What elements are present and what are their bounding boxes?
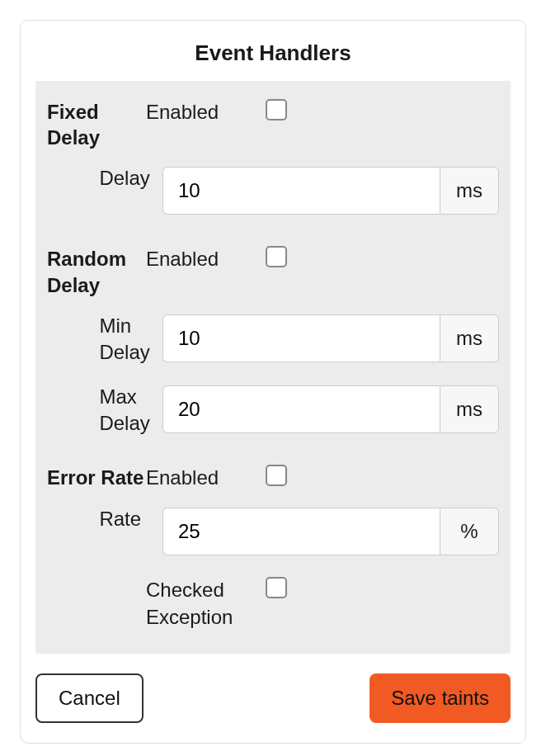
random-delay-enabled-checkbox[interactable] xyxy=(266,246,287,267)
random-delay-enabled-row: Random Delay Enabled xyxy=(47,236,499,302)
fixed-delay-input[interactable] xyxy=(162,167,440,215)
random-delay-max-unit: ms xyxy=(440,385,499,433)
error-rate-input[interactable] xyxy=(162,508,440,555)
error-rate-checked-exception-checkbox[interactable] xyxy=(266,577,287,598)
random-delay-min-unit: ms xyxy=(440,314,499,362)
random-delay-min-input[interactable] xyxy=(162,314,440,362)
random-delay-max-label: Max Delay xyxy=(99,379,162,437)
error-rate-enabled-row: Error Rate Enabled xyxy=(47,455,499,496)
fixed-delay-label: Fixed Delay xyxy=(47,94,146,150)
error-rate-value-row: Rate % xyxy=(47,496,499,567)
error-rate-input-group: % xyxy=(162,508,499,555)
error-rate-enabled-label: Enabled xyxy=(146,460,266,491)
event-handlers-card: Event Handlers Fixed Delay Enabled Delay… xyxy=(20,20,526,744)
fixed-delay-value-row: Delay ms xyxy=(47,155,499,226)
random-delay-enabled-label: Enabled xyxy=(146,241,266,272)
random-delay-min-row: Min Delay ms xyxy=(47,303,499,374)
error-rate-rate-label: Rate xyxy=(99,501,162,532)
random-delay-max-input[interactable] xyxy=(162,385,440,433)
random-delay-min-label: Min Delay xyxy=(99,308,162,366)
error-rate-unit: % xyxy=(440,508,499,555)
error-rate-label: Error Rate xyxy=(47,460,146,490)
random-delay-max-row: Max Delay ms xyxy=(47,374,499,445)
fixed-delay-delay-label: Delay xyxy=(99,160,162,191)
fixed-delay-enabled-label: Enabled xyxy=(146,94,266,125)
random-delay-max-input-group: ms xyxy=(162,385,499,433)
card-title: Event Handlers xyxy=(35,35,511,81)
error-rate-checked-exception-row: Checked Exception xyxy=(47,567,499,636)
save-button[interactable]: Save taints xyxy=(369,673,511,723)
settings-panel: Fixed Delay Enabled Delay ms Random Dela… xyxy=(35,81,511,654)
fixed-delay-enabled-row: Fixed Delay Enabled xyxy=(47,89,499,155)
fixed-delay-unit: ms xyxy=(440,167,499,215)
error-rate-checked-exception-label: Checked Exception xyxy=(146,572,266,631)
cancel-button[interactable]: Cancel xyxy=(35,673,144,723)
random-delay-label: Random Delay xyxy=(47,241,146,297)
footer: Cancel Save taints xyxy=(35,654,511,723)
error-rate-enabled-checkbox[interactable] xyxy=(266,465,287,486)
random-delay-min-input-group: ms xyxy=(162,314,499,362)
fixed-delay-input-group: ms xyxy=(162,167,499,215)
fixed-delay-enabled-checkbox[interactable] xyxy=(266,99,287,120)
